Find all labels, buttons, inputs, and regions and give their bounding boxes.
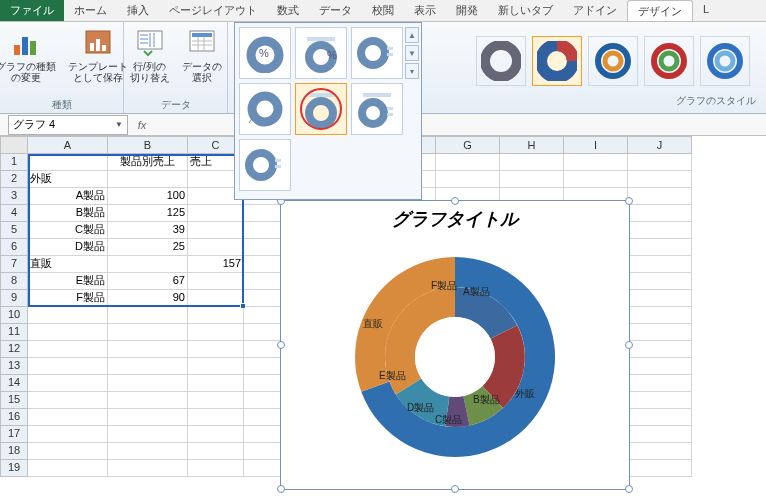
cell[interactable] [108,324,188,341]
cell[interactable] [108,426,188,443]
row-header[interactable]: 14 [0,375,28,392]
resize-handle[interactable] [277,341,285,349]
cell[interactable] [108,375,188,392]
cell[interactable] [436,154,500,171]
style-swatch-5[interactable] [700,36,750,86]
row-header[interactable]: 18 [0,443,28,460]
cell[interactable] [188,341,244,358]
row-header[interactable]: 5 [0,222,28,239]
cell[interactable] [628,443,692,460]
cell[interactable] [108,341,188,358]
cell[interactable] [108,460,188,477]
cell[interactable] [628,188,692,205]
cell[interactable] [28,154,108,171]
tab-formulas[interactable]: 数式 [267,0,309,21]
cell[interactable]: D製品 [28,239,108,256]
cell[interactable] [188,426,244,443]
layout-5[interactable] [295,83,347,135]
tab-newtab[interactable]: 新しいタブ [488,0,563,21]
cell[interactable]: F製品 [28,290,108,307]
layout-6[interactable] [351,83,403,135]
cell[interactable] [28,341,108,358]
cell[interactable] [628,154,692,171]
cell[interactable] [188,392,244,409]
cell[interactable] [28,392,108,409]
cell[interactable] [628,358,692,375]
select-data-button[interactable]: データの 選択 [177,24,227,86]
tab-home[interactable]: ホーム [64,0,117,21]
cell[interactable]: 25 [108,239,188,256]
resize-handle[interactable] [625,197,633,205]
row-header[interactable]: 10 [0,307,28,324]
cell[interactable] [28,426,108,443]
resize-handle[interactable] [451,197,459,205]
cell[interactable]: 製品別売上 [108,154,188,171]
cell[interactable] [188,460,244,477]
selection-handle[interactable] [240,303,246,309]
cell[interactable] [188,358,244,375]
row-header[interactable]: 16 [0,409,28,426]
tab-page-layout[interactable]: ページレイアウト [159,0,267,21]
row-header[interactable]: 12 [0,341,28,358]
cell[interactable]: 90 [108,290,188,307]
col-header[interactable]: B [108,136,188,154]
tab-insert[interactable]: 挿入 [117,0,159,21]
cell[interactable]: B製品 [28,205,108,222]
cell[interactable]: 直販 [28,256,108,273]
cell[interactable] [28,307,108,324]
chart-object[interactable]: グラフタイトル A製品 F製品 直販 E製品 D製品 C製品 B製品 外販 [280,200,630,490]
layout-4[interactable] [239,83,291,135]
layout-1[interactable]: % [239,27,291,79]
cell[interactable] [500,154,564,171]
cell[interactable] [108,409,188,426]
cell[interactable] [108,443,188,460]
cell[interactable] [188,290,244,307]
cell[interactable]: 125 [108,205,188,222]
cell[interactable] [188,375,244,392]
tab-developer[interactable]: 開発 [446,0,488,21]
cell[interactable] [188,239,244,256]
cell[interactable] [628,460,692,477]
cell[interactable] [108,392,188,409]
chart-title[interactable]: グラフタイトル [281,201,629,237]
gallery-scroll-up[interactable]: ▲ [405,27,419,43]
row-header[interactable]: 2 [0,171,28,188]
row-header[interactable]: 9 [0,290,28,307]
cell[interactable] [28,443,108,460]
cell[interactable] [628,341,692,358]
row-header[interactable]: 11 [0,324,28,341]
tab-review[interactable]: 校閲 [362,0,404,21]
resize-handle[interactable] [277,485,285,493]
tab-view[interactable]: 表示 [404,0,446,21]
tab-data[interactable]: データ [309,0,362,21]
cell[interactable] [28,358,108,375]
cell[interactable] [628,324,692,341]
layout-2[interactable]: % [295,27,347,79]
col-header[interactable]: I [564,136,628,154]
cell[interactable] [28,460,108,477]
cell[interactable] [188,273,244,290]
cell[interactable]: A製品 [28,188,108,205]
change-chart-type-button[interactable]: グラフの種類 の変更 [0,24,61,86]
cell[interactable] [108,256,188,273]
cell[interactable] [628,171,692,188]
row-header[interactable]: 15 [0,392,28,409]
col-header[interactable]: G [436,136,500,154]
row-header[interactable]: 13 [0,358,28,375]
resize-handle[interactable] [451,485,459,493]
col-header[interactable]: A [28,136,108,154]
cell[interactable] [628,273,692,290]
cell[interactable] [564,154,628,171]
cell[interactable] [628,392,692,409]
cell[interactable] [188,409,244,426]
style-swatch-2[interactable] [532,36,582,86]
row-header[interactable]: 1 [0,154,28,171]
cell[interactable] [628,256,692,273]
resize-handle[interactable] [625,341,633,349]
cell[interactable] [436,171,500,188]
tab-addin[interactable]: アドイン [563,0,627,21]
cell[interactable]: 67 [108,273,188,290]
cell[interactable] [628,205,692,222]
col-header[interactable]: J [628,136,692,154]
row-header[interactable]: 4 [0,205,28,222]
